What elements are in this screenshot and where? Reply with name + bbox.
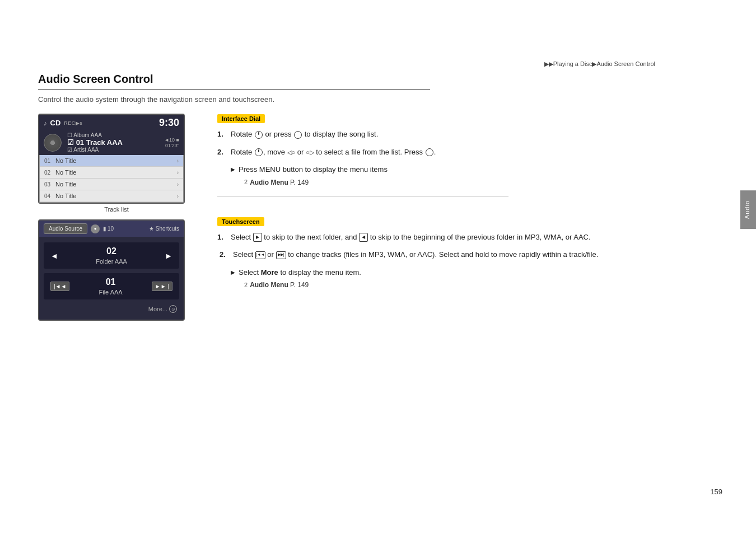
play-btn-icon: ▶ xyxy=(253,233,262,242)
cd-album: ☐ Album AAA xyxy=(67,132,123,138)
track-arrow-4: › xyxy=(177,193,179,199)
cd-side-info: ◄10 ■ 01'23" xyxy=(164,137,179,148)
track-num-4: 04 xyxy=(44,193,55,199)
play-icon: ● xyxy=(91,224,100,233)
touch-step-num-1: 1. xyxy=(217,232,227,243)
touch-header: Audio Source ● ▮ 10 ★ Shortcuts xyxy=(39,221,184,237)
touch-body: ◄ 02 Folder AAA ► |◄◄ 01 File AAA xyxy=(39,237,184,320)
audio-side-tab: Audio xyxy=(740,190,756,229)
track-num-3: 03 xyxy=(44,181,55,188)
folder-navigation: ◄ 02 Folder AAA ► xyxy=(44,242,179,269)
two-column-layout: ♪ CD REC▶s 9:30 ☐ Album AAA xyxy=(38,114,710,321)
track-num-2: 02 xyxy=(44,170,55,176)
step-num-1: 1. xyxy=(217,129,227,140)
artist-icon: ☑ xyxy=(67,147,72,153)
file-name: File AAA xyxy=(99,288,123,296)
audio-source-button[interactable]: Audio Source xyxy=(44,223,87,234)
shortcuts-button[interactable]: ★ Shortcuts xyxy=(149,226,179,232)
touch-sub-instruction: ▶ Select More to display the menu item. … xyxy=(231,267,710,291)
touch-instruction-item-2: 2. Select |◄◄ or ▶▶| to change tracks (f… xyxy=(217,249,710,260)
cd-track: ☑ 01 Track AAA xyxy=(67,138,123,147)
track-arrow-3: › xyxy=(177,181,179,188)
knob-icon-1 xyxy=(255,131,263,139)
arrow-icon-1: ▶ xyxy=(231,165,235,175)
more-row: More... ⊙ xyxy=(44,304,179,314)
track-name-4: No Title xyxy=(55,193,177,199)
folder-name: Folder AAA xyxy=(96,257,127,265)
knob-icon-2 xyxy=(255,148,263,156)
step-text-1: Rotate or press to display the song list… xyxy=(231,129,710,140)
table-row: 04 No Title › xyxy=(40,190,183,202)
sub-instruction-1: ▶ Press MENU button to display the menu … xyxy=(231,164,710,188)
more-button[interactable]: More... ⊙ xyxy=(148,305,177,313)
ref-link-2: 2 Audio Menu P. 149 xyxy=(244,280,710,290)
right-column: Interface Dial 1. Rotate or press to dis… xyxy=(212,114,710,321)
cd-source-label: CD xyxy=(50,119,61,127)
track-list-label: Track list xyxy=(38,206,195,213)
cd-duration: 01'23" xyxy=(164,143,179,148)
instruction-item-2: 2. Rotate , move ◁○ or ○▷ to select a fi… xyxy=(217,147,710,158)
track-num-1: 01 xyxy=(44,158,55,164)
track-arrow-2: › xyxy=(177,170,179,176)
smile-icon-1 xyxy=(294,131,302,139)
folder-number: 02 xyxy=(96,246,127,257)
touchscreen-section-label: Touchscreen xyxy=(217,217,264,226)
ref-text-1: Audio Menu P. 149 xyxy=(250,177,309,188)
touch-step-text-2: Select |◄◄ or ▶▶| to change tracks (file… xyxy=(233,249,710,260)
sub-step-text-1: Press MENU button to display the menu it… xyxy=(239,164,388,175)
volume-control: ▮ 10 xyxy=(103,226,114,232)
arrow-icon-2: ▶ xyxy=(231,268,235,278)
cd-screen: ♪ CD REC▶s 9:30 ☐ Album AAA xyxy=(38,114,185,204)
file-number: 01 xyxy=(99,277,123,288)
ref-icon-2: 2 xyxy=(244,280,248,290)
next-folder-button[interactable]: ► xyxy=(165,251,172,260)
touch-instruction-item-1: 1. Select ▶ to skip to the next folder, … xyxy=(217,232,710,243)
step-text-2: Rotate , move ◁○ or ○▷ to select a file … xyxy=(231,147,710,158)
smile-icon-2 xyxy=(426,148,433,156)
table-row: 03 No Title › xyxy=(40,179,183,190)
track-list-screen: 01 No Title › 02 No Title › 03 No Title … xyxy=(39,155,184,203)
track-name-3: No Title xyxy=(55,181,177,188)
page-number: 159 xyxy=(710,488,722,496)
touch-step-num-2: 2. xyxy=(220,249,230,260)
touch-sub-instruction-item: ▶ Select More to display the menu item. xyxy=(231,267,710,278)
folder-info: 02 Folder AAA xyxy=(96,246,127,265)
track-name-1: No Title xyxy=(55,157,177,164)
cd-disc-icon xyxy=(44,134,62,152)
prev-track-icon: |◄◄ xyxy=(255,251,265,259)
touchscreen-mockup: Audio Source ● ▮ 10 ★ Shortcuts ◄ xyxy=(38,219,185,321)
track-arrow-1: › xyxy=(177,158,179,164)
cd-artist: ☑ Artist AAA xyxy=(67,147,123,153)
file-info: 01 File AAA xyxy=(99,277,123,296)
checkbox-icon: ☐ xyxy=(67,132,72,138)
touch-step-text-1: Select ▶ to skip to the next folder, and… xyxy=(231,232,710,243)
ref-text-2: Audio Menu P. 149 xyxy=(250,280,309,290)
ref-link-1: 2 Audio Menu P. 149 xyxy=(244,177,710,188)
cd-time: 9:30 xyxy=(159,117,179,129)
step-num-2: 2. xyxy=(217,147,227,158)
track-number-icon: ☑ xyxy=(67,138,74,147)
back-btn-icon: ◀ xyxy=(359,233,368,242)
more-circle-icon: ⊙ xyxy=(169,305,177,313)
section-divider xyxy=(217,196,508,197)
main-content: Audio Screen Control Control the audio s… xyxy=(38,73,710,321)
file-navigation: |◄◄ 01 File AAA ►► | xyxy=(44,273,179,299)
cd-volume: ◄10 ■ xyxy=(164,137,179,143)
prev-track-button[interactable]: |◄◄ xyxy=(50,282,69,291)
next-track-icon: ▶▶| xyxy=(276,251,286,259)
cd-header-left: ♪ CD REC▶s xyxy=(44,119,82,127)
breadcrumb: ▶▶Playing a Disc▶Audio Screen Control xyxy=(544,60,655,68)
table-row: 02 No Title › xyxy=(40,167,183,179)
track-name-2: No Title xyxy=(55,169,177,176)
ref-icon-1: 2 xyxy=(244,177,248,187)
instruction-item-1: 1. Rotate or press to display the song l… xyxy=(217,129,710,140)
section-subtitle: Control the audio system through the nav… xyxy=(38,95,710,104)
left-column: ♪ CD REC▶s 9:30 ☐ Album AAA xyxy=(38,114,195,321)
table-row: 01 No Title › xyxy=(40,155,183,167)
cd-rec-label: REC▶s xyxy=(64,120,82,126)
music-note-icon: ♪ xyxy=(44,120,47,127)
prev-folder-button[interactable]: ◄ xyxy=(50,251,58,260)
cd-header: ♪ CD REC▶s 9:30 xyxy=(39,115,184,131)
next-track-button[interactable]: ►► | xyxy=(152,282,172,291)
volume-bar-icon: ▮ xyxy=(103,226,106,232)
